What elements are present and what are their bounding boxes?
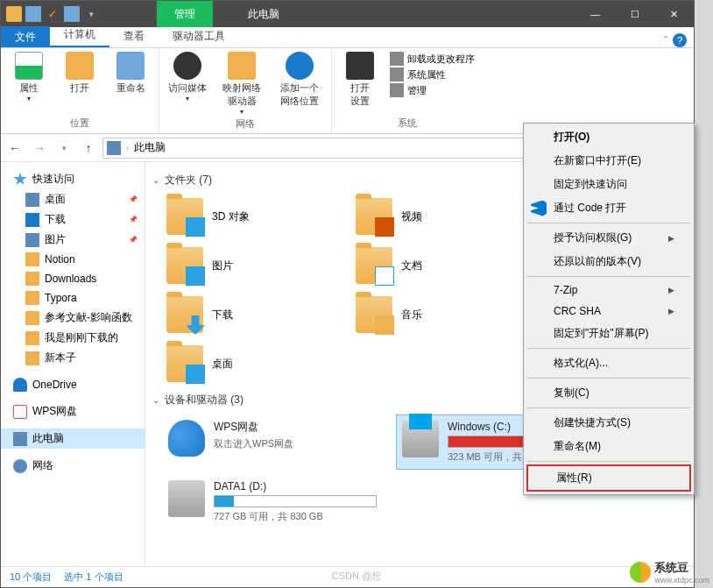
status-selected-count: 选中 1 个项目 [64, 570, 123, 584]
sidebar-item-downloads[interactable]: 下载📌 [1, 209, 145, 230]
cloud-icon [13, 378, 27, 392]
ctx-new-window[interactable]: 在新窗口中打开(E) [526, 149, 692, 173]
chevron-right-icon: ▶ [668, 286, 674, 294]
folder-3dobjects[interactable]: 3D 对象 [163, 195, 338, 238]
minimize-button[interactable]: — [575, 1, 615, 27]
ctx-shortcut[interactable]: 创建快捷方式(S) [526, 411, 692, 435]
ctx-open[interactable]: 打开(O) [526, 125, 692, 149]
folder-desktop[interactable]: 桌面 [163, 342, 338, 386]
sidebar-thispc[interactable]: 此电脑 [1, 429, 145, 449]
chevron-down-icon: ⌄ [152, 175, 159, 185]
ctx-separator [527, 407, 690, 408]
ctx-properties[interactable]: 属性(R) [528, 466, 689, 490]
add-netloc-button[interactable]: 添加一个 网络位置 [275, 52, 324, 108]
collapse-ribbon-icon[interactable]: ˆ [664, 35, 667, 46]
chevron-down-icon: ⌄ [152, 395, 159, 405]
qat-dropdown-icon[interactable]: ▾ [83, 6, 99, 22]
sidebar-item-newbook[interactable]: 新本子 [1, 348, 145, 368]
ctx-vscode[interactable]: 通过 Code 打开 [526, 196, 692, 220]
settings-icon [346, 52, 374, 80]
maximize-button[interactable]: ☐ [615, 1, 654, 27]
open-button[interactable]: 打开 [59, 52, 101, 95]
folder-icon [356, 296, 392, 333]
sidebar-item-typora[interactable]: Typora [1, 288, 145, 308]
ctx-separator [527, 276, 690, 277]
computer-tab[interactable]: 计算机 [50, 24, 109, 47]
up-button[interactable]: ↑ [78, 138, 99, 159]
sidebar-wps[interactable]: WPS网盘 [1, 401, 145, 422]
folder-downloads[interactable]: 下载 [163, 293, 338, 337]
folder-pictures[interactable]: 图片 [163, 244, 338, 287]
sidebar-item-desktop[interactable]: 桌面📌 [1, 189, 145, 209]
ctx-separator [527, 348, 690, 349]
uninstall-button[interactable]: 卸载或更改程序 [390, 52, 475, 66]
sidebar-onedrive[interactable]: OneDrive [1, 375, 145, 394]
ctx-copy[interactable]: 复制(C) [526, 381, 692, 405]
vscode-icon [531, 201, 547, 216]
ctx-access[interactable]: 授予访问权限(G)▶ [526, 226, 692, 250]
open-settings-button[interactable]: 打开 设置 [339, 52, 381, 108]
context-menu: 打开(O) 在新窗口中打开(E) 固定到快速访问 通过 Code 打开 授予访问… [523, 123, 695, 495]
folder-videos[interactable]: 视频 [352, 195, 527, 238]
netdrive-icon [228, 52, 256, 80]
open-icon [66, 52, 94, 80]
pin-icon: 📌 [129, 216, 138, 223]
chevron-right-icon: ▶ [668, 307, 674, 315]
sysprop-button[interactable]: 系统属性 [390, 67, 475, 81]
ctx-separator [527, 223, 690, 223]
picture-icon [25, 233, 39, 247]
drive-icon [168, 480, 205, 517]
media-icon [173, 52, 201, 80]
drive-d[interactable]: DATA1 (D:)727 GB 可用，共 830 GB [163, 475, 382, 528]
properties-button[interactable]: 属性▾ [8, 52, 50, 103]
manage-button[interactable]: 管理 [390, 83, 475, 97]
sidebar-quick-access[interactable]: 快速访问 [1, 169, 145, 189]
sidebar-item-justdl[interactable]: 我是刚刚下载的 [1, 328, 145, 348]
ribbon-group-network: 访问媒体▾ 映射网络 驱动器▾ 添加一个 网络位置 网络 [159, 48, 332, 133]
folder-icon [166, 198, 203, 235]
ctx-rename[interactable]: 重命名(M) [526, 435, 692, 458]
ctx-pin-quick[interactable]: 固定到快速访问 [526, 173, 692, 196]
manage-icon [390, 83, 404, 97]
rename-button[interactable]: 重命名 [109, 52, 152, 95]
view-tab[interactable]: 查看 [109, 25, 159, 47]
drive-wps[interactable]: WPS网盘双击进入WPS网盘 [163, 414, 382, 470]
pin-icon: 📌 [129, 236, 138, 244]
ctx-properties-highlight: 属性(R) [526, 464, 691, 492]
map-drive-button[interactable]: 映射网络 驱动器▾ [217, 52, 266, 116]
folder-icon [356, 247, 392, 284]
back-button[interactable]: ← [4, 138, 25, 159]
drive-tools-tab[interactable]: 驱动器工具 [159, 25, 239, 47]
forward-button[interactable]: → [29, 138, 50, 159]
recent-dropdown[interactable]: ▾ [53, 138, 74, 159]
pc-icon [107, 141, 121, 155]
sidebar-item-notion[interactable]: Notion [1, 250, 145, 269]
ribbon-group-location: 属性▾ 打开 重命名 位置 [1, 48, 159, 133]
chevron-right-icon: ▶ [668, 234, 674, 243]
csdn-watermark: CSDN @想 [332, 570, 381, 583]
folder-documents[interactable]: 文档 [352, 244, 527, 287]
sidebar-item-downloads2[interactable]: Downloads [1, 269, 145, 288]
ctx-format[interactable]: 格式化(A)... [526, 351, 692, 375]
access-media-button[interactable]: 访问媒体▾ [166, 52, 208, 103]
uninstall-icon [390, 52, 404, 66]
ctx-pin-start[interactable]: 固定到"开始"屏幕(P) [526, 322, 692, 345]
sidebar-network[interactable]: 网络 [1, 456, 145, 476]
file-tab[interactable]: 文件 [1, 26, 50, 47]
folder-icon [6, 6, 22, 22]
folder-icon [25, 331, 39, 345]
close-button[interactable]: ✕ [654, 1, 694, 27]
ctx-crcsha[interactable]: CRC SHA▶ [526, 301, 692, 322]
folder-music[interactable]: 音乐 [352, 293, 527, 337]
folder-icon [25, 311, 39, 325]
help-icon[interactable]: ? [673, 33, 687, 47]
ctx-restore[interactable]: 还原以前的版本(V) [526, 250, 692, 273]
network-icon [13, 459, 27, 473]
folder-icon [166, 296, 203, 333]
sidebar-item-pictures[interactable]: 图片📌 [1, 230, 145, 250]
sidebar-item-refs[interactable]: 参考文献-影响函数 [1, 308, 145, 328]
manage-tab[interactable]: 管理 [157, 1, 213, 27]
ctx-7zip[interactable]: 7-Zip▶ [526, 280, 692, 301]
ribbon-group-system: 打开 设置 卸载或更改程序 系统属性 管理 系统 [332, 48, 482, 133]
chevron-right-icon: › [126, 144, 129, 152]
